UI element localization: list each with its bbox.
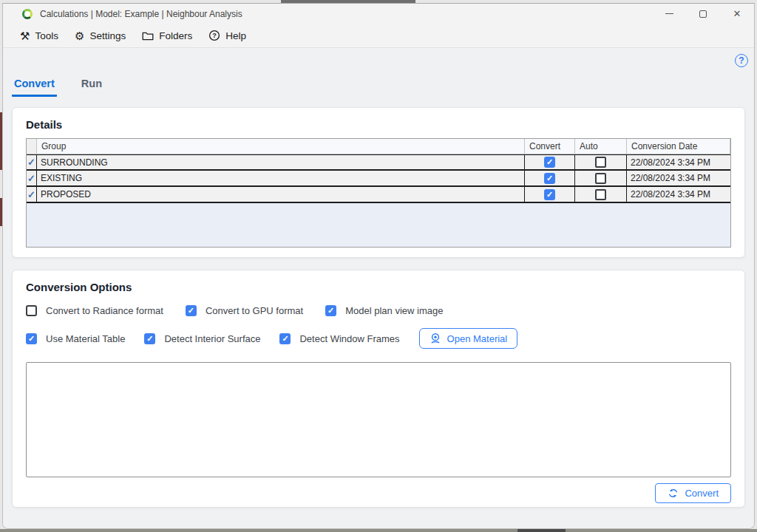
app-logo-icon [22,9,33,19]
details-card: Details Group Convert Auto Conversion Da… [12,107,745,258]
open-material-label: Open Material [447,333,508,344]
menu-item-label: Help [225,30,246,41]
column-header-convert[interactable]: Convert [525,139,575,154]
maximize-button[interactable] [686,4,720,24]
checkbox-label: Convert to Radiance format [46,305,163,316]
window-title: Calculations | Model: Example | Neighbou… [40,9,242,19]
conversion-options-card: Conversion Options Convert to Radiance f… [12,270,745,508]
background-window-fragment [517,529,566,532]
checkbox-label: Model plan view image [345,305,443,316]
tab-bar: Convert Run [3,48,754,97]
title-bar[interactable]: Calculations | Model: Example | Neighbou… [3,4,754,24]
details-heading: Details [26,118,731,131]
row-select-cell[interactable] [27,187,37,202]
auto-checkbox[interactable] [595,157,606,168]
checkbox-label: Convert to GPU format [206,305,303,316]
question-icon: ? [739,55,744,66]
option-detect-interior-surface: Detect Interior Surface [144,333,260,344]
window-controls: ✕ [652,4,754,24]
tools-icon: ⚒ [20,30,30,41]
conversion-options-heading: Conversion Options [26,281,731,293]
menu-item-folders[interactable]: Folders [135,27,199,44]
row-selector-header [27,139,37,154]
details-table: Group Convert Auto Conversion Date SURRO… [26,138,731,248]
checkbox-convert-to-gpu-format[interactable] [186,305,197,316]
settings-icon: ⚙ [75,30,84,41]
checkbox-label: Detect Window Frames [299,333,399,344]
menu-item-label: Folders [159,30,192,41]
menu-item-tools[interactable]: ⚒ Tools [13,27,65,44]
menu-bar: ⚒ Tools ⚙ Settings Folders ? Help [3,24,754,48]
table-row[interactable]: SURROUNDING 22/08/2024 3:34 PM [27,154,730,171]
checkbox-use-material-table[interactable] [26,333,37,344]
convert-button-label: Convert [685,488,719,499]
group-cell[interactable]: EXISTING [37,171,525,185]
row-check-icon [27,190,35,200]
convert-checkbox[interactable] [544,173,555,184]
convert-checkbox[interactable] [544,157,555,168]
svg-text:?: ? [212,32,217,39]
auto-cell [575,187,627,202]
options-row-1: Convert to Radiance format Convert to GP… [26,305,731,316]
checkbox-detect-interior-surface[interactable] [144,333,155,344]
option-model-plan-view: Model plan view image [325,305,443,316]
material-webcam-icon [430,332,441,344]
table-header-row: Group Convert Auto Conversion Date [27,139,730,154]
auto-cell [575,155,627,169]
column-header-group[interactable]: Group [37,139,525,154]
conversion-log-textarea[interactable] [26,362,731,477]
group-cell[interactable]: SURROUNDING [37,155,525,169]
action-row: Convert [26,483,731,503]
option-detect-window-frames: Detect Window Frames [279,333,399,344]
close-icon: ✕ [733,9,741,18]
help-icon: ? [208,30,220,41]
auto-checkbox[interactable] [595,189,606,200]
background-window-fragment [0,529,757,532]
sync-icon [668,488,679,499]
option-use-material-table: Use Material Table [26,333,125,344]
checkbox-label: Use Material Table [46,333,125,344]
auto-checkbox[interactable] [595,173,606,184]
date-cell: 22/08/2024 3:34 PM [627,187,730,202]
convert-cell [525,155,575,169]
tab-convert[interactable]: Convert [12,78,57,97]
row-check-icon [27,157,35,167]
table-row[interactable]: PROPOSED 22/08/2024 3:34 PM [27,187,730,203]
minimize-button[interactable] [652,4,686,24]
table-row[interactable]: EXISTING 22/08/2024 3:34 PM [27,171,730,187]
row-select-cell[interactable] [27,171,37,185]
row-select-cell[interactable] [27,155,37,169]
options-row-2: Use Material Table Detect Interior Surfa… [26,328,731,349]
auto-cell [575,171,627,185]
column-header-conversion-date[interactable]: Conversion Date [627,139,730,154]
date-cell: 22/08/2024 3:34 PM [627,171,730,185]
convert-cell [525,171,575,185]
option-convert-to-radiance: Convert to Radiance format [26,305,163,316]
convert-button[interactable]: Convert [655,483,731,503]
convert-cell [525,187,575,202]
minimize-icon [665,13,673,15]
menu-item-label: Tools [35,30,58,41]
column-header-auto[interactable]: Auto [575,139,627,154]
tab-run[interactable]: Run [79,78,104,97]
group-cell[interactable]: PROPOSED [37,187,525,202]
checkbox-model-plan-view-image[interactable] [325,305,336,316]
checkbox-convert-to-radiance-format[interactable] [26,305,37,316]
page-help-button[interactable]: ? [735,54,748,67]
folder-icon [142,30,154,41]
row-check-icon [27,174,35,183]
convert-checkbox[interactable] [544,189,555,200]
app-window: Calculations | Model: Example | Neighbou… [2,3,755,529]
maximize-icon [699,10,707,18]
main-content: ? Convert Run Details Group Convert Auto… [3,48,754,529]
menu-item-label: Settings [89,30,126,41]
checkbox-label: Detect Interior Surface [164,333,260,344]
menu-item-help[interactable]: ? Help [202,27,253,44]
date-cell: 22/08/2024 3:34 PM [627,155,730,169]
close-button[interactable]: ✕ [720,4,754,24]
option-convert-to-gpu: Convert to GPU format [186,305,303,316]
menu-item-settings[interactable]: ⚙ Settings [68,27,132,44]
open-material-button[interactable]: Open Material [419,328,518,349]
checkbox-detect-window-frames[interactable] [279,333,291,344]
